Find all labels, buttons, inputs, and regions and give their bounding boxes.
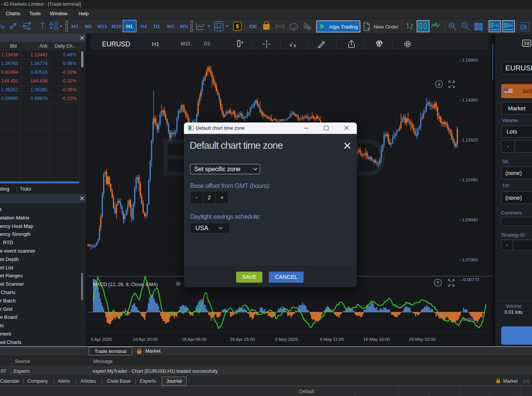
svg-text:MN: MN xyxy=(180,24,188,29)
svg-text:D1: D1 xyxy=(204,41,210,46)
svg-text:$: $ xyxy=(236,23,239,29)
svg-text:W1: W1 xyxy=(167,24,175,29)
svg-text:- 1.14260: - 1.14260 xyxy=(459,98,478,102)
svg-text:- 1.12520: - 1.12520 xyxy=(459,138,478,142)
svg-text:M15: M15 xyxy=(181,41,190,46)
svg-text:√: √ xyxy=(289,41,293,48)
svg-text:Algo Trading: Algo Trading xyxy=(329,24,358,30)
svg-text:M15: M15 xyxy=(97,24,108,29)
svg-text:M5: M5 xyxy=(85,24,92,29)
svg-text:H1: H1 xyxy=(152,41,159,47)
svg-text:MACD (12, 26, 9, Close, EMA): MACD (12, 26, 9, Close, EMA) xyxy=(93,282,158,287)
svg-text:- 1.16000: - 1.16000 xyxy=(459,58,478,62)
svg-text:9 May 11:00: 9 May 11:00 xyxy=(320,337,343,342)
svg-text:x: x xyxy=(294,43,296,48)
svg-text:M30: M30 xyxy=(112,24,121,29)
svg-text:3 Apr 2025: 3 Apr 2025 xyxy=(91,337,112,342)
svg-text:$: $ xyxy=(524,41,527,46)
svg-text:- -0.00772: - -0.00772 xyxy=(459,277,479,282)
svg-text:10 Apr 20:00: 10 Apr 20:00 xyxy=(133,337,158,342)
svg-text:2 May 2025: 2 May 2025 xyxy=(275,337,298,342)
svg-text:H1: H1 xyxy=(126,24,133,29)
svg-text:D1: D1 xyxy=(153,24,160,29)
svg-text:- 1.10780: - 1.10780 xyxy=(459,178,478,182)
svg-text:- 1.09040: - 1.09040 xyxy=(459,218,478,222)
svg-text:M1: M1 xyxy=(72,24,79,29)
svg-text:EURUSD: EURUSD xyxy=(102,40,130,48)
svg-text:26 May 02:00: 26 May 02:00 xyxy=(409,337,436,342)
svg-text:- 1.07300: - 1.07300 xyxy=(459,258,478,262)
svg-text:16 May 16:00: 16 May 16:00 xyxy=(363,337,390,342)
svg-text:H4: H4 xyxy=(140,24,147,29)
svg-text:New Order: New Order xyxy=(374,24,399,30)
svg-text:25 Apr 15:00: 25 Apr 15:00 xyxy=(230,337,255,342)
svg-text:18 Apr 06:00: 18 Apr 06:00 xyxy=(182,337,206,342)
svg-text:IDE: IDE xyxy=(249,24,257,29)
